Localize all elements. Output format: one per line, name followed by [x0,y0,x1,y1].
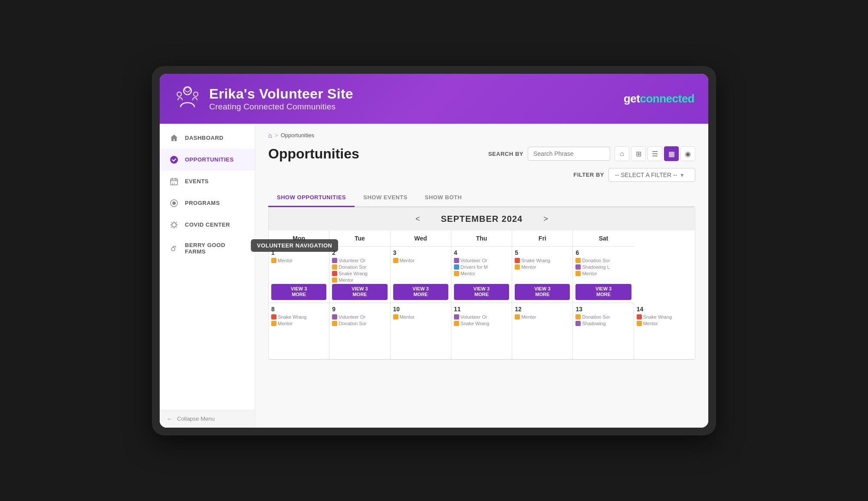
cal-date-14: 14 [637,306,692,313]
cal-cell-sep9: 9 Volunteer Or Donation Sor [329,303,390,359]
brand-connected: connected [640,92,694,105]
view-icon-calendar[interactable]: ▦ [664,146,679,161]
calendar: < SEPTEMBER 2024 > Mon Tue Wed Thu Fri S… [268,207,695,360]
day-header-sat: Sat [573,231,634,247]
sidebar-label-programs: PROGRAMS [185,200,220,206]
collapse-menu-button[interactable]: ← Collapse Menu [160,410,255,428]
cal-event: Snake Wrang [454,321,509,326]
cal-event: Mentor [271,321,326,326]
check-circle-icon [169,155,179,165]
cal-more-btn-5[interactable]: VIEW 3MORE [515,284,570,300]
collapse-arrow-icon: ← [167,415,173,422]
sidebar-item-programs[interactable]: PROGRAMS [160,192,255,214]
cal-event: Mentor [271,258,326,263]
filter-select[interactable]: -- SELECT A FILTER -- ▾ [608,168,695,182]
sidebar-item-berry[interactable]: BERRY GOOD FARMS Volunteer Navigation [160,236,255,261]
event-dot [515,258,520,263]
cal-more-btn-6[interactable]: VIEW 3MORE [575,284,631,300]
chevron-down-icon: ▾ [681,171,684,178]
event-dot [575,258,581,263]
svg-point-2 [194,92,198,96]
event-dot [454,314,459,320]
cal-event: Mentor [515,314,570,320]
calendar-next-button[interactable]: > [540,214,552,224]
cal-event: Mentor [515,264,570,270]
header-text: Erika's Volunteer Site Creating Connecte… [209,86,353,112]
cal-event: Volunteer Or [454,258,509,263]
sidebar-label-opportunities: OPPORTUNITIES [185,156,234,163]
cal-event: Volunteer Or [454,314,509,320]
sidebar: DASHBOARD OPPORTUNITIES 17 [160,124,255,428]
view-icon-list[interactable]: ☰ [648,146,662,161]
cal-event: Snake Wrang [637,314,692,320]
day-header-mon: Mon [269,231,329,247]
cal-event: Volunteer Or [332,314,387,320]
cal-event: Shadowing [575,321,631,326]
site-title: Erika's Volunteer Site [209,86,353,102]
event-dot [332,264,337,270]
cal-more-btn-3[interactable]: VIEW 3MORE [393,284,448,300]
day-header-wed: Wed [391,231,451,247]
view-icon-grid[interactable]: ⊞ [631,146,646,161]
event-dot [271,321,276,326]
cal-cell-sep14: 14 Snake Wrang Mentor [634,303,695,359]
tab-show-both[interactable]: SHOW BOTH [416,189,470,207]
view-icon-map[interactable]: ◉ [681,146,695,161]
sidebar-item-covid[interactable]: COVID CENTER [160,214,255,236]
breadcrumb-home-icon[interactable]: ⌂ [268,132,272,139]
event-dot [332,258,337,263]
event-dot [575,264,581,270]
event-dot [393,258,398,263]
content-area: ⌂ > Opportunities Opportunities SEARCH B… [255,124,708,428]
page-title: Opportunities [268,146,359,162]
cal-cell-sep10: 10 Mentor [391,303,451,359]
event-dot [515,264,520,270]
svg-point-7 [172,201,176,205]
svg-point-1 [177,92,181,96]
cal-cell-sep4: 4 Volunteer Or Drivers for M Mentor VIEW… [451,247,512,303]
event-dot [637,321,642,326]
sidebar-label-dashboard: DASHBOARD [185,135,224,141]
cal-event: Donation Sor [575,314,631,320]
page-header-row: Opportunities SEARCH BY ⌂ ⊞ ☰ ▦ ◉ [268,146,695,162]
tabs: SHOW OPPORTUNITIES SHOW EVENTS SHOW BOTH [268,189,695,207]
main-layout: DASHBOARD OPPORTUNITIES 17 [160,124,708,428]
cal-date-13: 13 [575,306,631,313]
cal-event: Mentor [393,314,448,320]
sidebar-item-events[interactable]: 17 EVENTS [160,171,255,192]
calendar-month-label: SEPTEMBER 2024 [441,214,523,224]
event-dot [332,314,337,320]
cal-event: Donation Sor [332,321,387,326]
cal-event: Donation Sor [332,264,387,270]
cal-date-4: 4 [454,249,509,256]
day-header-thu: Thu [451,231,512,247]
sidebar-item-dashboard[interactable]: DASHBOARD [160,127,255,149]
cal-event: Snake Wrang [332,271,387,276]
calendar-day-headers: Mon Tue Wed Thu Fri Sat [269,231,695,247]
tab-show-opportunities[interactable]: SHOW OPPORTUNITIES [268,189,355,207]
view-icon-house[interactable]: ⌂ [615,146,629,161]
breadcrumb: ⌂ > Opportunities [268,132,695,139]
cal-more-btn-4[interactable]: VIEW 3MORE [454,284,509,300]
cal-cell-sep11: 11 Volunteer Or Snake Wrang [451,303,512,359]
cal-cell-sep1: 1 Mentor VIEW 3MORE [269,247,329,303]
cal-date-2: 2 [332,249,387,256]
device-frame: Erika's Volunteer Site Creating Connecte… [152,66,716,435]
cal-event: Mentor [393,258,448,263]
calendar-prev-button[interactable]: < [412,214,424,224]
sidebar-label-berry: BERRY GOOD FARMS [185,242,245,255]
tab-show-events[interactable]: SHOW EVENTS [355,189,416,207]
calendar-week-2: 8 Snake Wrang Mentor 9 Volunteer Or Dona… [269,303,695,359]
cal-cell-sep8: 8 Snake Wrang Mentor [269,303,329,359]
cal-more-btn-2[interactable]: VIEW 3MORE [332,284,387,300]
search-input[interactable] [528,147,610,161]
cal-event: Mentor [332,277,387,283]
cal-date-11: 11 [454,306,509,313]
cal-event: Shadowing L [575,264,631,270]
screen: Erika's Volunteer Site Creating Connecte… [160,74,708,428]
event-dot [454,271,459,276]
event-dot [271,314,276,320]
sidebar-item-opportunities[interactable]: OPPORTUNITIES [160,149,255,171]
cal-cell-sep5: 5 Snake Wrang Mentor VIEW 3MORE [512,247,573,303]
cal-more-btn-1[interactable]: VIEW 3MORE [271,284,326,300]
